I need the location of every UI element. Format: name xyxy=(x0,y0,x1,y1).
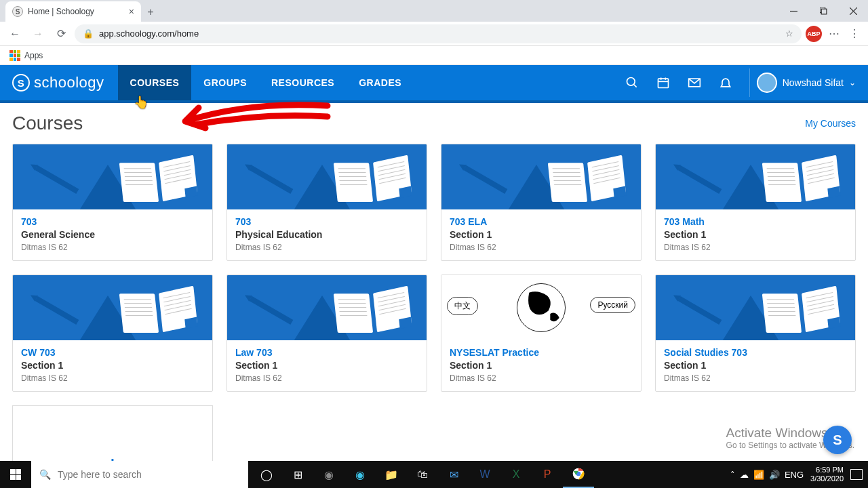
window-close-button[interactable] xyxy=(838,0,868,22)
course-code: 703 Math xyxy=(664,216,847,227)
my-courses-link[interactable]: My Courses xyxy=(805,118,856,129)
svg-rect-7 xyxy=(658,79,668,87)
taskbar-search[interactable]: 🔍 Type here to search xyxy=(31,461,248,488)
svg-rect-2 xyxy=(821,9,827,14)
schoology-float-badge[interactable]: S xyxy=(823,426,852,454)
course-name: Section 1 xyxy=(664,360,847,371)
course-code: CW 703 xyxy=(21,347,204,358)
course-code: 703 ELA xyxy=(450,216,633,227)
task-view-icon[interactable]: ⊞ xyxy=(282,461,313,488)
course-thumbnail xyxy=(227,144,427,209)
mail-icon[interactable] xyxy=(687,75,702,90)
user-menu[interactable]: Nowshad Sifat ⌄ xyxy=(749,68,856,97)
course-name: Section 1 xyxy=(450,229,633,240)
forward-button[interactable]: → xyxy=(28,24,47,43)
course-card[interactable]: 703 Math Section 1 Ditmas IS 62 xyxy=(655,144,856,261)
app-header: S schoology COURSES GROUPS RESOURCES GRA… xyxy=(0,65,868,103)
task-word-icon[interactable]: W xyxy=(469,461,500,488)
course-thumbnail xyxy=(13,275,212,340)
search-placeholder: Type here to search xyxy=(58,469,142,480)
search-icon[interactable] xyxy=(625,75,639,90)
nav-resources[interactable]: RESOURCES xyxy=(259,65,347,100)
svg-line-6 xyxy=(633,85,636,87)
tray-clock[interactable]: 6:59 PM 3/30/2020 xyxy=(810,466,844,483)
nav-groups[interactable]: GROUPS xyxy=(191,65,259,100)
course-name: Section 1 xyxy=(21,360,204,371)
course-card[interactable]: Social Studies 703 Section 1 Ditmas IS 6… xyxy=(655,274,856,392)
main-content: Courses My Courses 703 General Science D… xyxy=(0,103,868,480)
bookmark-apps[interactable]: Apps xyxy=(5,48,47,63)
tray-lang-icon[interactable]: ENG xyxy=(785,470,804,480)
extension-icon[interactable]: ⋯ xyxy=(826,26,842,42)
task-excel-icon[interactable]: X xyxy=(500,461,532,488)
window-maximize-button[interactable] xyxy=(808,0,838,22)
task-explorer-icon[interactable]: 📁 xyxy=(376,461,407,488)
address-bar[interactable]: 🔒 app.schoology.com/home ☆ xyxy=(75,24,802,43)
tab-title: Home | Schoology xyxy=(28,7,94,16)
course-card[interactable]: 703 ELA Section 1 Ditmas IS 62 xyxy=(441,144,642,261)
course-school: Ditmas IS 62 xyxy=(664,243,847,252)
brand-text: schoology xyxy=(34,74,104,92)
task-store-icon[interactable]: 🛍 xyxy=(407,461,438,488)
new-tab-button[interactable]: + xyxy=(141,3,160,22)
course-thumbnail xyxy=(441,144,641,209)
course-school: Ditmas IS 62 xyxy=(235,243,418,252)
course-card[interactable]: CW 703 Section 1 Ditmas IS 62 xyxy=(12,274,213,392)
course-card[interactable]: 703 General Science Ditmas IS 62 xyxy=(12,144,213,261)
task-chrome-icon[interactable] xyxy=(563,461,594,488)
tray-time: 6:59 PM xyxy=(810,466,844,474)
tray-date: 3/30/2020 xyxy=(810,474,844,483)
course-school: Ditmas IS 62 xyxy=(235,373,418,383)
star-icon[interactable]: ☆ xyxy=(785,28,793,39)
course-code: 703 xyxy=(235,216,418,227)
course-school: Ditmas IS 62 xyxy=(21,373,204,383)
task-mail-icon[interactable]: ✉ xyxy=(438,461,469,488)
avatar xyxy=(757,73,777,93)
bookmarks-bar: Apps xyxy=(0,46,868,65)
task-obs-icon[interactable]: ◉ xyxy=(313,461,344,488)
app-logo[interactable]: S schoology xyxy=(12,74,104,92)
taskbar: 🔍 Type here to search ◯ ⊞ ◉ ◉ 📁 🛍 ✉ W X … xyxy=(0,461,868,488)
chrome-menu-button[interactable]: ⋮ xyxy=(846,26,863,42)
page-title: Courses xyxy=(12,113,83,134)
browser-tab[interactable]: S Home | Schoology × xyxy=(5,1,141,22)
course-card[interactable]: 703 Physical Education Ditmas IS 62 xyxy=(226,144,427,261)
course-school: Ditmas IS 62 xyxy=(450,243,633,252)
course-card[interactable]: 中文 Русский NYSESLAT Practice Section 1 D… xyxy=(441,274,642,392)
bell-icon[interactable] xyxy=(718,75,733,90)
course-thumbnail: 中文 Русский xyxy=(441,275,641,340)
logo-icon: S xyxy=(12,74,30,92)
close-icon[interactable]: × xyxy=(129,6,134,17)
course-school: Ditmas IS 62 xyxy=(450,373,633,383)
tray-chevron-icon[interactable]: ˄ xyxy=(730,470,735,480)
reload-button[interactable]: ⟳ xyxy=(52,24,71,43)
tray-cloud-icon[interactable]: ☁ xyxy=(740,470,749,480)
start-button[interactable] xyxy=(0,461,31,488)
course-name: General Science xyxy=(21,229,204,240)
tray-wifi-icon[interactable]: 📶 xyxy=(753,470,764,480)
course-grid: 703 General Science Ditmas IS 62 703 Phy… xyxy=(12,144,856,470)
back-button[interactable]: ← xyxy=(5,24,24,43)
nav-courses[interactable]: COURSES xyxy=(118,65,192,100)
cursor-icon: 👆 xyxy=(134,95,149,110)
course-name: Section 1 xyxy=(235,360,418,371)
window-minimize-button[interactable] xyxy=(778,0,808,22)
browser-tab-strip: S Home | Schoology × + xyxy=(0,0,868,22)
course-thumbnail xyxy=(227,275,427,340)
nav-grades[interactable]: GRADES xyxy=(347,65,414,100)
task-edge-icon[interactable]: ◉ xyxy=(344,461,376,488)
task-cortana-icon[interactable]: ◯ xyxy=(251,461,282,488)
course-thumbnail xyxy=(656,144,855,209)
favicon-icon: S xyxy=(12,6,23,17)
tray-notifications-icon[interactable] xyxy=(850,469,863,480)
calendar-icon[interactable] xyxy=(656,75,671,90)
tray-icons[interactable]: ˄ ☁ 📶 🔊 ENG xyxy=(730,470,804,480)
course-card[interactable]: Law 703 Section 1 Ditmas IS 62 xyxy=(226,274,427,392)
username: Nowshad Sifat xyxy=(783,77,844,88)
tray-volume-icon[interactable]: 🔊 xyxy=(769,470,780,480)
url-text: app.schoology.com/home xyxy=(99,28,199,39)
extension-adblock-icon[interactable]: ABP xyxy=(806,26,822,42)
course-code: Law 703 xyxy=(235,347,418,358)
task-powerpoint-icon[interactable]: P xyxy=(532,461,563,488)
lock-icon: 🔒 xyxy=(83,28,94,39)
